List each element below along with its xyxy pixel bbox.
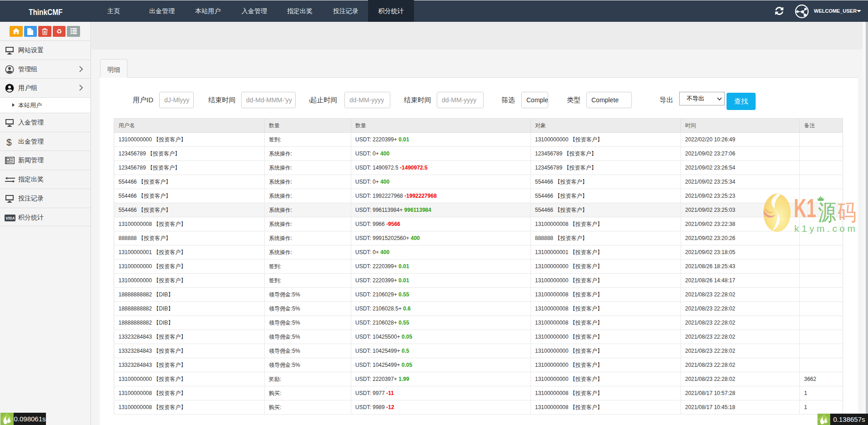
svg-text:k1ym.com: k1ym.com	[794, 223, 855, 234]
svg-text:$: $	[6, 137, 12, 147]
svg-text:码: 码	[838, 200, 856, 225]
svg-text:源: 源	[818, 200, 836, 225]
svg-text:K1: K1	[794, 194, 816, 223]
svg-text:VISA: VISA	[6, 216, 15, 220]
